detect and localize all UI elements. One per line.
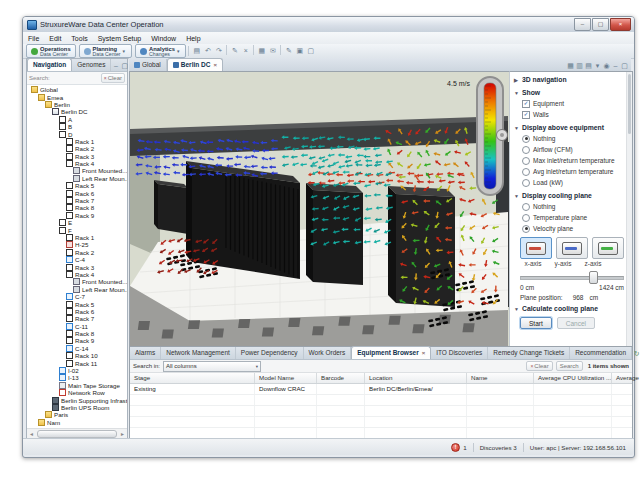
menu-tools[interactable]: Tools — [66, 33, 92, 44]
empty-table-row[interactable] — [130, 406, 632, 417]
tree-item-rack-2[interactable]: Rack 2 — [27, 249, 127, 256]
tree-item-rack-8[interactable]: Rack 8 — [27, 330, 127, 337]
view-tab-equipment-browser[interactable]: Equipment Browser× — [351, 346, 431, 359]
tree-item-rack-5[interactable]: Rack 5 — [27, 300, 127, 307]
menu-system-setup[interactable]: System Setup — [93, 33, 147, 44]
start-button[interactable]: Start — [520, 317, 552, 329]
slider-thumb[interactable] — [589, 271, 598, 284]
tree-item-c-7[interactable]: C-7 — [27, 293, 127, 300]
tree-item-i-02[interactable]: I-02 — [27, 367, 127, 374]
menu-help[interactable]: Help — [181, 33, 205, 44]
column-header-barcode[interactable]: Barcode — [317, 373, 365, 383]
tree-item-front-mounted[interactable]: Front Mounted... — [27, 167, 127, 174]
tab-genomes[interactable]: Genomes — [72, 59, 111, 71]
tree-item-rack-2[interactable]: Rack 2 — [27, 145, 127, 152]
tree-item-rack-11[interactable]: Rack 11 — [27, 359, 127, 366]
velocity-color-scale[interactable] — [477, 77, 508, 195]
radio-nothing[interactable]: Nothing — [510, 133, 632, 144]
scroll-right-arrow[interactable]: ► — [118, 431, 127, 437]
tree-item-c-14[interactable]: C-14 — [27, 345, 127, 352]
section-show[interactable]: ▼ Show — [510, 85, 632, 98]
add-layer-icon[interactable]: ▢ — [305, 45, 316, 57]
tree-item-berlin-dc[interactable]: Berlin DC — [27, 108, 127, 115]
save-icon[interactable]: ▤ — [191, 45, 202, 57]
tree-item-rack-8[interactable]: Rack 8 — [27, 204, 127, 211]
column-header-model-name[interactable]: Model Name — [255, 373, 317, 383]
empty-table-row[interactable] — [130, 395, 632, 406]
tree-item-front-mounted[interactable]: Front Mounted... — [27, 278, 127, 285]
delete-icon[interactable]: × — [240, 45, 251, 57]
column-header-name[interactable]: Name — [467, 373, 534, 383]
tree-item-a[interactable]: A — [27, 116, 127, 123]
axis-button-z-axis[interactable] — [592, 237, 624, 259]
paint-icon[interactable]: ✎ — [283, 45, 294, 57]
view-tab-remedy-change-tickets[interactable]: Remedy Change Tickets — [488, 347, 570, 359]
tree-item-global[interactable]: Global — [27, 86, 127, 93]
scroll-left-arrow[interactable]: ◄ — [27, 431, 36, 437]
menu-window[interactable]: Window — [146, 33, 181, 44]
radio-load-kw[interactable]: Load (kW) — [510, 177, 632, 188]
tree-item-rack-4[interactable]: Rack 4 — [27, 160, 127, 167]
search-input[interactable]: Search: — [29, 75, 50, 81]
section-3d-navigation[interactable]: ▶ 3D navigation — [510, 72, 632, 85]
plane-position-slider[interactable] — [520, 271, 624, 283]
tile-view-icon[interactable]: ▤ — [584, 60, 593, 71]
menu-edit[interactable]: Edit — [44, 33, 66, 44]
tree-item-b[interactable]: B — [27, 123, 127, 130]
tree-item-c-11[interactable]: C-11 — [27, 323, 127, 330]
dropdown-arrow-icon[interactable]: ▾ — [177, 48, 180, 54]
tree-item-emea[interactable]: Emea — [27, 93, 127, 100]
tree-item-c-4[interactable]: C-4 — [27, 256, 127, 263]
scrollbar-thumb[interactable] — [37, 430, 117, 438]
column-header-location[interactable]: Location — [365, 373, 467, 383]
tree-item-berlin-ups-room[interactable]: Berlin UPS Room — [27, 404, 127, 411]
tree-item-rack-1[interactable]: Rack 1 — [27, 234, 127, 241]
target-view-icon[interactable]: ◉ — [602, 60, 611, 71]
radio-nothing[interactable]: Nothing — [510, 201, 632, 212]
checkbox-equipment[interactable]: ✓Equipment — [510, 98, 632, 109]
radio-velocity-plane[interactable]: Velocity plane — [510, 223, 632, 234]
view-tab-ito-discoveries[interactable]: ITO Discoveries — [431, 347, 488, 359]
tree-item-nam[interactable]: Nam — [27, 419, 127, 426]
perspective-operations[interactable]: OperationsData Center — [26, 44, 76, 58]
tree-item-rack-6[interactable]: Rack 6 — [27, 308, 127, 315]
close-tab-icon[interactable]: × — [213, 60, 217, 70]
view-tab-recommendation[interactable]: Recommendation — [570, 347, 632, 359]
tree-item-left-rear-moun[interactable]: Left Rear Moun... — [27, 175, 127, 182]
checkbox-walls[interactable]: ✓Walls — [510, 109, 632, 120]
tree-item-rack-5[interactable]: Rack 5 — [27, 182, 127, 189]
tree-item-paris[interactable]: Paris — [27, 411, 127, 418]
tree-item-d[interactable]: D — [27, 130, 127, 137]
column-header-stage[interactable]: Stage — [130, 373, 255, 383]
clear-filter-button[interactable]: × Clear — [526, 361, 552, 371]
column-header-average-cpu-utilization[interactable]: Average CPU Utilization ... — [534, 373, 612, 383]
empty-table-row[interactable] — [130, 417, 632, 428]
split-view-icon[interactable]: ▥ — [575, 60, 584, 71]
section-display-above-equipment[interactable]: ▼ Display above equipment — [510, 120, 632, 133]
editor-tab-berlin-dc[interactable]: Berlin DC× — [167, 58, 223, 71]
minimize-button[interactable]: ‒ — [574, 18, 591, 31]
cancel-button[interactable]: Cancel — [557, 317, 595, 329]
mail-icon[interactable]: ✉ — [267, 45, 278, 57]
tree-item-rack-6[interactable]: Rack 6 — [27, 189, 127, 196]
refresh-icon[interactable]: ↻ — [632, 348, 640, 359]
section-calculate-cooling-plane[interactable]: ▼ Calculate cooling plane — [510, 301, 632, 314]
radio-temperature-plane[interactable]: Temperature plane — [510, 212, 632, 223]
perspective-planning[interactable]: PlanningData Center▾ — [79, 44, 133, 58]
view-tab-network-management[interactable]: Network Management — [161, 347, 236, 359]
tree-item-e[interactable]: E — [27, 219, 127, 226]
axis-button-y-axis[interactable] — [556, 237, 588, 259]
radio-airflow-cfm[interactable]: Airflow (CFM) — [510, 144, 632, 155]
tree-item-rack-3[interactable]: Rack 3 — [27, 263, 127, 270]
image-icon[interactable]: ▦ — [256, 45, 267, 57]
error-count-badge[interactable]: ! 1 — [451, 443, 466, 452]
view-tab-work-orders[interactable]: Work Orders — [304, 347, 352, 359]
search-column-select[interactable]: All columns ▾ — [163, 361, 261, 372]
tree-item-rack-7[interactable]: Rack 7 — [27, 197, 127, 204]
dropdown-arrow-icon[interactable]: ▾ — [123, 48, 126, 54]
tree-item-left-rear-moun[interactable]: Left Rear Moun... — [27, 286, 127, 293]
scrollbar-thumb[interactable] — [628, 74, 631, 134]
tab-navigation[interactable]: Navigation — [27, 58, 72, 71]
perspective-analytics[interactable]: AnalyticsChanges▾ — [135, 44, 186, 58]
tree-item-rack-9[interactable]: Rack 9 — [27, 337, 127, 344]
